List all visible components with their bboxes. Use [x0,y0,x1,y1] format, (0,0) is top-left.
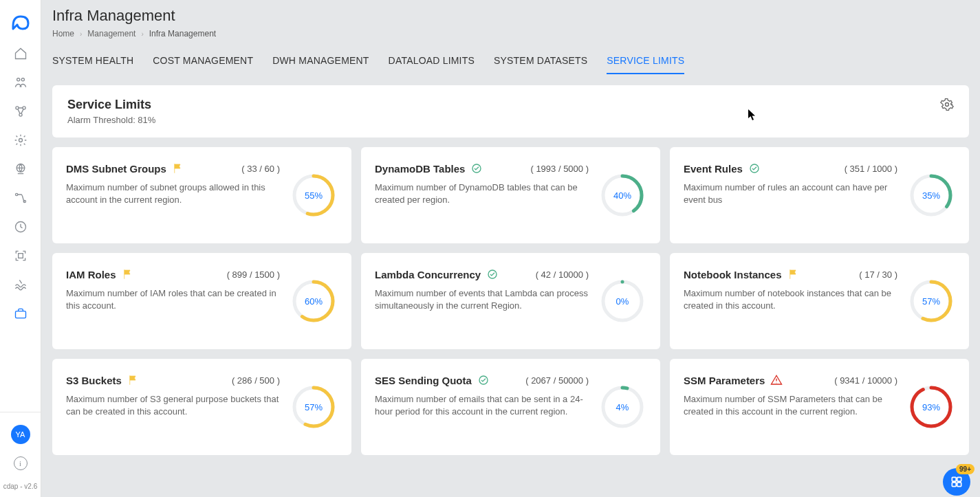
flag-icon [127,374,140,386]
card-title: SSM Parameters [684,375,765,386]
service-limit-card[interactable]: Event Rules( 351 / 1000 )Maximum number … [670,147,969,243]
nav-flow-icon[interactable] [14,191,28,205]
usage-percent: 57% [291,384,336,430]
info-icon[interactable]: i [14,456,28,470]
alarm-threshold-label: Alarm Threshold: 81% [67,115,155,125]
check-circle-icon [470,162,483,175]
service-limit-card[interactable]: Lambda Concurrency( 42 / 10000 )Maximum … [361,253,660,349]
content: Service Limits Alarm Threshold: 81% DMS … [41,74,980,466]
usage-donut: 0% [600,278,645,324]
card-count: ( 286 / 500 ) [232,375,280,386]
service-limit-card[interactable]: DMS Subnet Groups( 33 / 60 )Maximum numb… [52,147,351,243]
card-title: Event Rules [684,163,743,175]
card-title: DynamoDB Tables [375,163,465,175]
usage-donut: 4% [600,384,645,430]
usage-donut: 57% [908,278,954,324]
nav-users-icon[interactable] [14,76,28,89]
card-description: Maximum number of notebook instances tha… [684,287,897,312]
svg-point-12 [946,103,949,107]
usage-percent: 57% [908,278,954,324]
help-fab[interactable]: 99+ [943,468,970,496]
usage-percent: 4% [600,384,645,430]
svg-rect-10 [18,254,23,258]
service-limit-card[interactable]: SES Sending Quota( 2067 / 50000 )Maximum… [361,359,660,455]
card-title: Lambda Concurrency [375,269,481,280]
card-description: Maximum number of SSM Parameters that ca… [684,393,897,418]
card-count: ( 17 / 30 ) [859,269,897,280]
breadcrumb-item-current: Infra Management [149,29,216,38]
page-title: Infra Management [52,7,969,25]
nav-briefcase-icon[interactable] [14,307,28,320]
tab-dataload-limits[interactable]: DATALOAD LIMITS [389,48,475,74]
usage-donut: 35% [908,173,954,218]
card-title: SES Sending Quota [375,375,472,386]
card-count: ( 42 / 10000 ) [536,269,589,280]
breadcrumb: Home › Management › Infra Management [52,29,969,38]
usage-donut: 40% [600,173,645,218]
flag-icon [787,268,800,280]
nav-settings-icon[interactable] [14,133,28,147]
card-title: IAM Roles [66,269,116,280]
tab-system-health[interactable]: SYSTEM HEALTH [52,48,133,74]
usage-donut: 93% [908,384,954,430]
header: Infra Management Home › Management › Inf… [41,0,980,38]
nav-clock-icon[interactable] [14,220,28,234]
sidebar: YA i cdap - v2.6 [0,0,41,497]
panel-title: Service Limits [67,98,155,112]
card-title: S3 Buckets [66,375,122,386]
svg-rect-37 [952,483,956,487]
card-description: Maximum number of rules an account can h… [684,181,897,206]
chevron-right-icon: › [80,30,82,38]
check-circle-icon [748,162,761,175]
card-count: ( 2067 / 50000 ) [525,375,589,386]
panel-header: Service Limits Alarm Threshold: 81% [52,85,969,137]
service-limit-card[interactable]: S3 Buckets( 286 / 500 )Maximum number of… [52,359,351,455]
card-description: Maximum number of events that Lambda can… [375,287,589,312]
nav-home-icon[interactable] [14,47,28,60]
tab-cost-management[interactable]: COST MANAGEMENT [153,48,253,74]
card-description: Maximum number of S3 general purpose buc… [66,393,280,418]
usage-donut: 57% [291,384,336,430]
usage-percent: 0% [600,278,645,324]
svg-point-5 [19,139,22,142]
breadcrumb-item[interactable]: Home [52,29,74,38]
card-description: Maximum number of emails that can be sen… [375,393,589,418]
nav-nodes-icon[interactable] [14,104,28,118]
usage-percent: 55% [291,173,336,218]
app-logo[interactable] [10,12,31,34]
flag-icon [172,162,184,175]
cards-grid: DMS Subnet Groups( 33 / 60 )Maximum numb… [52,147,969,455]
sidebar-bottom: YA i cdap - v2.6 [0,412,41,497]
card-count: ( 1993 / 5000 ) [530,164,589,174]
service-limit-card[interactable]: Notebook Instances( 17 / 30 )Maximum num… [670,253,969,349]
tab-service-limits[interactable]: SERVICE LIMITS [607,48,684,74]
nav-icons [14,47,28,412]
usage-percent: 40% [600,173,645,218]
svg-rect-11 [15,311,25,318]
usage-donut: 60% [291,278,336,324]
chevron-right-icon: › [141,30,143,38]
service-limit-card[interactable]: SSM Parameters( 9341 / 10000 )Maximum nu… [670,359,969,455]
nav-globe-icon[interactable] [14,162,28,176]
tab-system-datasets[interactable]: SYSTEM DATASETS [494,48,587,74]
nav-wave-icon[interactable] [14,278,28,291]
nav-scan-icon[interactable] [14,249,28,263]
svg-point-7 [15,193,17,195]
check-circle-icon [486,268,499,280]
check-circle-icon [477,374,490,386]
breadcrumb-item[interactable]: Management [87,29,135,38]
service-limit-card[interactable]: IAM Roles( 899 / 1500 )Maximum number of… [52,253,351,349]
card-description: Maximum number of subnet groups allowed … [66,181,280,206]
gear-icon[interactable] [940,98,954,114]
card-count: ( 9341 / 10000 ) [834,375,897,386]
card-count: ( 351 / 1000 ) [845,164,897,174]
svg-rect-38 [957,483,961,487]
svg-rect-35 [952,477,956,481]
card-title: Notebook Instances [684,269,782,280]
tab-dwh-management[interactable]: DWH MANAGEMENT [272,48,369,74]
card-title: DMS Subnet Groups [66,163,166,175]
avatar[interactable]: YA [11,425,30,444]
flag-icon [122,268,134,280]
card-count: ( 33 / 60 ) [241,164,280,174]
service-limit-card[interactable]: DynamoDB Tables( 1993 / 5000 )Maximum nu… [361,147,660,243]
